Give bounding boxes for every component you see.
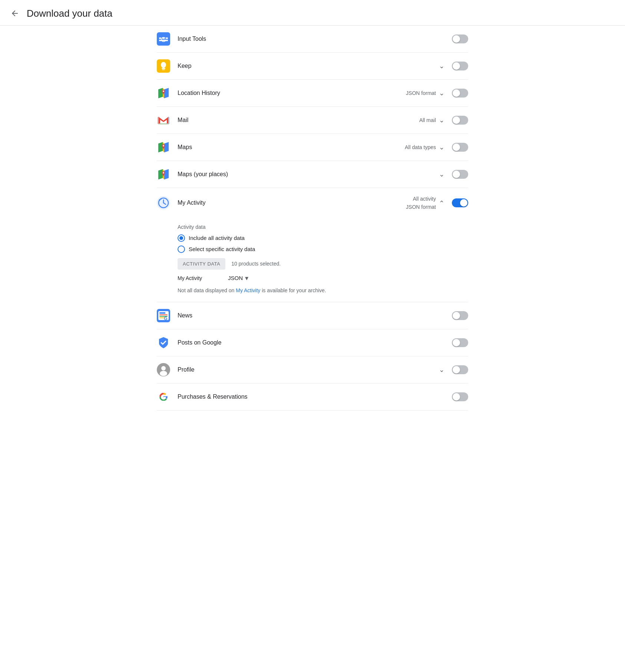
toggle-knob-profile (453, 366, 460, 373)
mail-chevron[interactable]: ⌄ (439, 116, 444, 124)
purchases-reservations-icon (157, 390, 170, 403)
toggle-purchases-reservations[interactable] (452, 392, 468, 401)
format-row: My Activity JSON ▾ (178, 274, 468, 282)
format-chevron-icon: ▾ (245, 274, 248, 282)
activity-data-button[interactable]: ACTIVITY DATA (178, 258, 225, 270)
service-row-mail: Mail All mail ⌄ (157, 107, 468, 134)
maps-chevron[interactable]: ⌄ (439, 143, 444, 151)
radio-include-all[interactable]: Include all activity data (178, 234, 468, 242)
keep-icon (157, 59, 170, 73)
toggle-knob-purchases-reservations (453, 393, 460, 401)
svg-point-17 (163, 90, 164, 92)
toggle-knob-posts-on-google (453, 339, 460, 346)
maps-detail: All data types (405, 144, 436, 150)
mail-icon (157, 113, 170, 127)
service-row-input-tools: G Input Tools (157, 26, 468, 53)
service-name-keep: Keep (178, 63, 439, 69)
service-name-input-tools: Input Tools (178, 36, 452, 42)
service-name-maps-your-places: Maps (your places) (178, 171, 439, 178)
service-name-maps: Maps (178, 144, 405, 151)
svg-marker-26 (158, 142, 163, 152)
format-value: JSON (228, 275, 243, 281)
radio-include-all-circle (178, 234, 185, 242)
my-activity-detail-line2: JSON format (406, 203, 436, 211)
location-history-detail: JSON format (406, 90, 436, 96)
service-name-mail: Mail (178, 117, 419, 123)
toggle-knob-my-activity (460, 199, 467, 207)
maps-your-places-icon (157, 168, 170, 181)
service-row-location-history: Location History JSON format ⌄ (157, 80, 468, 107)
svg-point-52 (161, 366, 166, 370)
toggle-maps-your-places[interactable] (452, 170, 468, 179)
format-row-label: My Activity (178, 275, 222, 281)
back-button[interactable] (9, 7, 21, 19)
service-row-keep: Keep ⌄ (157, 53, 468, 80)
svg-rect-8 (162, 68, 165, 69)
mail-detail: All mail (419, 117, 436, 123)
svg-point-38 (163, 172, 164, 174)
service-row-purchases-reservations: Purchases & Reservations (157, 383, 468, 411)
profile-icon (157, 363, 170, 376)
news-icon: G (157, 309, 170, 322)
toggle-my-activity[interactable] (452, 198, 468, 207)
svg-point-53 (160, 371, 167, 376)
service-name-purchases-reservations: Purchases & Reservations (178, 393, 452, 400)
location-history-chevron[interactable]: ⌄ (439, 89, 444, 97)
my-activity-detail: All activity JSON format (406, 195, 436, 211)
not-all-note-suffix: is available for your archive. (260, 287, 326, 293)
toggle-news[interactable] (452, 311, 468, 320)
svg-marker-28 (164, 142, 169, 152)
toggle-knob-location-history (453, 89, 460, 97)
page-title: Download your data (27, 8, 112, 19)
posts-on-google-icon (157, 336, 170, 349)
service-row-maps: Maps All data types ⌄ (157, 134, 468, 161)
radio-select-specific-circle (178, 246, 185, 253)
svg-marker-33 (158, 169, 163, 179)
main-content: G Input Tools Keep ⌄ (135, 26, 490, 411)
svg-rect-4 (166, 37, 168, 39)
products-selected-count: 10 products selected. (231, 261, 281, 267)
toggle-input-tools[interactable] (452, 34, 468, 43)
svg-rect-9 (162, 69, 165, 70)
my-activity-chevron[interactable]: ⌄ (439, 199, 444, 207)
profile-chevron[interactable]: ⌄ (439, 366, 444, 374)
svg-point-7 (161, 62, 166, 68)
input-tools-icon: G (157, 32, 170, 46)
toggle-posts-on-google[interactable] (452, 338, 468, 347)
radio-select-specific-label: Select specific activity data (189, 246, 255, 252)
format-select[interactable]: JSON ▾ (228, 274, 248, 282)
toggle-location-history[interactable] (452, 89, 468, 98)
service-row-maps-your-places: Maps (your places) ⌄ (157, 161, 468, 188)
activity-data-section-label: Activity data (178, 224, 468, 230)
service-name-profile: Profile (178, 366, 439, 373)
svg-rect-47 (159, 314, 168, 315)
my-activity-detail-line1: All activity (406, 195, 436, 203)
toggle-mail[interactable] (452, 116, 468, 125)
svg-rect-2 (159, 37, 161, 39)
not-all-note-prefix: Not all data displayed on (178, 287, 236, 293)
service-row-news: G News (157, 302, 468, 329)
not-all-note: Not all data displayed on My Activity is… (178, 287, 468, 294)
toggle-knob-mail (453, 116, 460, 124)
my-activity-expanded-panel: Activity data Include all activity data … (157, 218, 468, 302)
svg-marker-14 (164, 88, 169, 98)
service-row-profile: Profile ⌄ (157, 356, 468, 383)
toggle-profile[interactable] (452, 365, 468, 374)
service-row-posts-on-google: Posts on Google (157, 329, 468, 356)
svg-rect-3 (162, 37, 165, 39)
keep-chevron[interactable]: ⌄ (439, 62, 444, 70)
svg-text:G: G (164, 316, 167, 321)
svg-point-31 (163, 145, 164, 146)
svg-marker-35 (164, 169, 169, 179)
maps-icon (157, 141, 170, 154)
toggle-keep[interactable] (452, 62, 468, 70)
my-activity-link[interactable]: My Activity (236, 287, 260, 293)
radio-include-all-label: Include all activity data (189, 235, 245, 241)
service-row-my-activity: My Activity All activity JSON format ⌄ (157, 188, 468, 218)
service-name-news: News (178, 312, 452, 319)
svg-rect-46 (159, 312, 165, 314)
radio-select-specific[interactable]: Select specific activity data (178, 246, 468, 253)
maps-your-places-chevron[interactable]: ⌄ (439, 170, 444, 178)
service-name-location-history: Location History (178, 90, 406, 96)
toggle-maps[interactable] (452, 143, 468, 152)
